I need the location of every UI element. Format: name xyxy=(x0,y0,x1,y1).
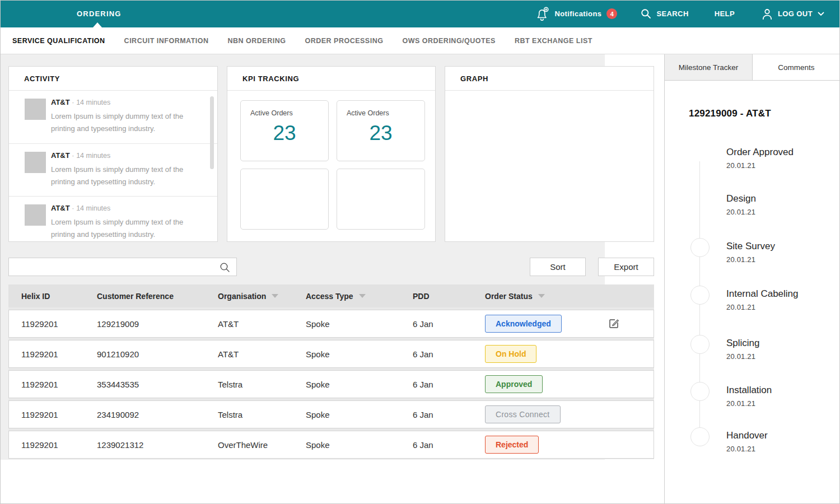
column-label: Access Type xyxy=(306,292,353,301)
cell-order-status: Rejected xyxy=(485,436,608,454)
search-icon xyxy=(641,8,651,19)
kpi-card-label: Active Orders xyxy=(250,109,328,117)
cell-organisation: OverTheWire xyxy=(218,440,306,450)
export-button[interactable]: Export xyxy=(598,258,654,276)
sort-button[interactable]: Sort xyxy=(530,258,586,276)
sort-triangle-icon[interactable] xyxy=(538,294,545,298)
notifications-label: Notifications xyxy=(554,10,601,18)
notifications-button[interactable]: Notifications 4 xyxy=(535,6,617,21)
milestone-name: Splicing xyxy=(726,338,836,349)
table-row[interactable]: 11929201901210920AT&TSpoke6 JanOn Hold xyxy=(8,340,654,368)
nav-tab-service-qualification[interactable]: SERVICE QUALIFICATION xyxy=(12,37,105,45)
notifications-badge: 4 xyxy=(606,8,617,19)
graph-panel-title: GRAPH xyxy=(445,67,654,91)
table-row[interactable]: 11929201234190092TelstraSpoke6 JanCross … xyxy=(8,400,654,428)
orders-table-body: 11929201129219009AT&TSpoke6 JanAcknowled… xyxy=(8,307,654,459)
cell-access-type: Spoke xyxy=(306,349,413,359)
tab-milestone-tracker[interactable]: Milestone Tracker xyxy=(665,54,753,80)
cell-customer-reference: 129219009 xyxy=(97,319,218,329)
milestone-name: Design xyxy=(726,193,836,204)
column-header-pdd: PDD xyxy=(413,292,485,301)
cell-organisation: AT&T xyxy=(218,349,306,359)
activity-list: AT&T · 14 minutesLorem Ipsum is simply d… xyxy=(9,91,217,242)
activity-org: AT&T xyxy=(51,204,70,212)
cell-access-type: Spoke xyxy=(306,380,413,389)
activity-item[interactable]: AT&T · 14 minutesLorem Ipsum is simply d… xyxy=(9,143,217,196)
milestone-side-panel: Milestone TrackerComments 129219009 - AT… xyxy=(664,54,840,504)
column-label: Customer Reference xyxy=(97,292,174,301)
table-row[interactable]: 11929201353443535TelstraSpoke6 JanApprov… xyxy=(8,370,654,398)
active-menu-caret-icon xyxy=(93,22,102,27)
secondary-nav: SERVICE QUALIFICATIONCIRCUIT INFORMATION… xyxy=(0,27,840,54)
cell-pdd: 6 Jan xyxy=(413,410,485,419)
activity-time: 14 minutes xyxy=(76,204,110,212)
cell-helix-id: 11929201 xyxy=(21,349,97,359)
milestone-date: 20.01.21 xyxy=(726,399,836,408)
cell-customer-reference: 901210920 xyxy=(97,349,218,359)
column-header-access-type[interactable]: Access Type xyxy=(306,292,413,301)
milestone-installation: Installation20.01.21 xyxy=(726,385,836,408)
cell-organisation: Telstra xyxy=(218,380,306,389)
milestone-date: 20.01.21 xyxy=(726,255,836,264)
milestone-date: 20.01.21 xyxy=(726,208,836,216)
nav-tab-order-processing[interactable]: ORDER PROCESSING xyxy=(305,37,383,45)
milestone-date: 20.01.21 xyxy=(726,303,836,311)
orders-table-header: Helix IDCustomer ReferenceOrganisationAc… xyxy=(8,284,654,307)
milestone-date: 20.01.21 xyxy=(726,161,836,170)
table-row[interactable]: 11929201129219009AT&TSpoke6 JanAcknowled… xyxy=(8,310,654,338)
cell-order-status: Approved xyxy=(485,375,608,393)
kpi-card-label: Active Orders xyxy=(347,109,424,117)
activity-time: 14 minutes xyxy=(76,99,110,106)
milestone-name: Handover xyxy=(726,430,836,441)
sort-triangle-icon[interactable] xyxy=(272,294,278,298)
activity-item[interactable]: AT&T · 14 minutesLorem Ipsum is simply d… xyxy=(9,91,217,143)
milestone-site-survey: Site Survey20.01.21 xyxy=(726,241,836,264)
activity-item[interactable]: AT&T · 14 minutesLorem Ipsum is simply d… xyxy=(9,196,217,242)
status-badge-approved[interactable]: Approved xyxy=(485,375,543,393)
nav-tab-nbn-ordering[interactable]: NBN ORDERING xyxy=(228,37,286,45)
column-header-organisation[interactable]: Organisation xyxy=(218,292,306,301)
sort-triangle-icon[interactable] xyxy=(359,294,366,298)
activity-text: Lorem Ipsum is simply dummy text of the … xyxy=(51,110,202,135)
status-badge-rejected[interactable]: Rejected xyxy=(485,436,539,454)
cell-pdd: 6 Jan xyxy=(413,380,485,389)
milestone-name: Order Approved xyxy=(726,147,836,158)
nav-tab-circuit-information[interactable]: CIRCUIT INFORMATION xyxy=(124,37,209,45)
table-search-input[interactable] xyxy=(9,258,227,276)
cell-organisation: Telstra xyxy=(218,410,306,419)
table-row[interactable]: 119292011239021312OverTheWireSpoke6 JanR… xyxy=(8,431,654,459)
tab-comments[interactable]: Comments xyxy=(753,54,840,80)
milestone-order-approved: Order Approved20.01.21 xyxy=(726,147,836,170)
milestone-splicing: Splicing20.01.21 xyxy=(726,338,836,361)
milestone-circle-icon xyxy=(690,286,710,305)
activity-time: 14 minutes xyxy=(76,152,110,160)
search-label: SEARCH xyxy=(656,10,688,18)
milestone-internal-cabeling: Internal Cabeling20.01.21 xyxy=(726,288,836,311)
nav-tab-ows-ordering-quotes[interactable]: OWS ORDERING/QUOTES xyxy=(402,37,495,45)
milestone-circle-icon xyxy=(690,335,710,354)
cell-order-status: Cross Connect xyxy=(485,405,608,423)
status-badge-on-hold[interactable]: On Hold xyxy=(485,345,536,363)
edit-icon[interactable] xyxy=(608,318,620,330)
side-panel-tabs: Milestone TrackerComments xyxy=(665,54,840,81)
kpi-card-empty-3 xyxy=(240,169,329,230)
milestone-circle-icon xyxy=(690,382,710,401)
search-button[interactable]: SEARCH xyxy=(641,8,688,19)
activity-text: Lorem Ipsum is simply dummy text of the … xyxy=(51,164,202,188)
column-label: Helix ID xyxy=(21,292,50,301)
kpi-card-active-orders-1: Active Orders23 xyxy=(240,100,329,161)
status-badge-cross-connect[interactable]: Cross Connect xyxy=(485,405,561,423)
status-badge-acknowledged[interactable]: Acknowledged xyxy=(485,315,562,333)
activity-org: AT&T xyxy=(51,98,70,106)
column-header-order-status[interactable]: Order Status xyxy=(485,292,608,301)
column-label: Organisation xyxy=(218,292,266,301)
logout-button[interactable]: LOG OUT xyxy=(762,8,824,20)
top-app-bar: ORDERING Notifications 4 SEARCH xyxy=(0,0,840,27)
activity-panel-title: ACTIVITY xyxy=(9,67,217,91)
activity-scrollbar[interactable] xyxy=(210,96,214,169)
nav-tab-rbt-exchange-list[interactable]: RBT EXCHANGE LIST xyxy=(515,37,592,45)
help-button[interactable]: HELP xyxy=(715,10,735,18)
column-header-helix-id: Helix ID xyxy=(21,292,97,301)
cell-helix-id: 11929201 xyxy=(21,440,97,450)
cell-order-status: On Hold xyxy=(485,345,608,363)
